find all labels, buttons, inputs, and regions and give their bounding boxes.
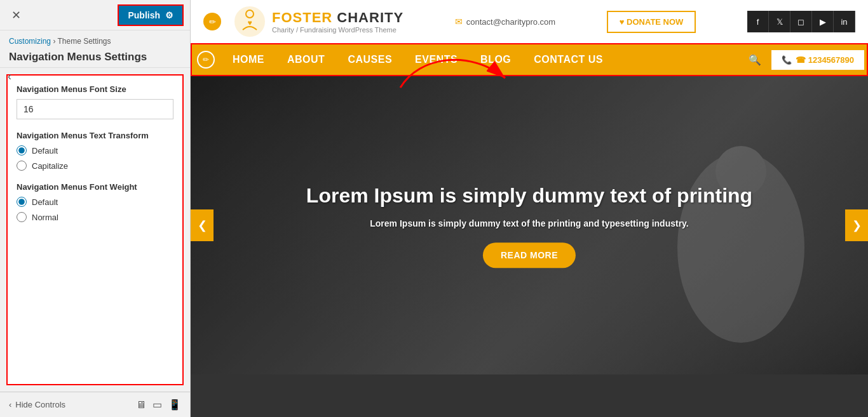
donate-label: ♥ DONATE NOW bbox=[620, 17, 684, 27]
logo-name-part2: CHARITY bbox=[337, 10, 403, 25]
logo-subtitle: Charity / Fundraising WordPress Theme bbox=[272, 26, 403, 34]
nav-item-events[interactable]: EVENTS bbox=[403, 43, 469, 76]
customizer-panel: ✕ Publish ⚙ ‹ Customizing › Theme Settin… bbox=[0, 0, 191, 417]
desktop-icon: 🖥 bbox=[136, 399, 146, 410]
font-weight-normal-label: Normal bbox=[32, 213, 58, 222]
breadcrumb-separator: › bbox=[53, 37, 55, 46]
hero-title: Lorem Ipsum is simply dummy text of prin… bbox=[292, 183, 766, 209]
preview-area: ✏ ♥ FOSTER CHARITY Charity / Fundraising… bbox=[191, 0, 868, 417]
slider-prev-button[interactable]: ❮ bbox=[191, 209, 214, 241]
text-transform-capitalize-label: Capitalize bbox=[32, 161, 68, 171]
tablet-view-button[interactable]: ▭ bbox=[153, 399, 162, 411]
nav-search-icon[interactable]: 🔍 bbox=[740, 54, 770, 66]
bottom-bar: ‹ Hide Controls 🖥 ▭ 📱 bbox=[0, 392, 190, 417]
font-weight-default-radio[interactable] bbox=[17, 197, 27, 207]
logo-name-part1: FOSTER bbox=[272, 10, 337, 25]
site-top-header: ✏ ♥ FOSTER CHARITY Charity / Fundraising… bbox=[191, 0, 868, 43]
back-button[interactable]: ‹ bbox=[5, 67, 14, 86]
text-transform-label: Navigation Menus Text Transform bbox=[17, 131, 173, 140]
font-size-label: Navigation Menus Font Size bbox=[17, 84, 173, 94]
logo-svg-icon: ♥ bbox=[234, 6, 266, 37]
mobile-view-button[interactable]: 📱 bbox=[168, 399, 181, 411]
contact-info: ✉ contact@charitypro.com bbox=[455, 17, 555, 27]
linkedin-icon[interactable]: in bbox=[834, 11, 855, 32]
phone-number: ☎ 1234567890 bbox=[796, 55, 854, 65]
nav-edit-pencil[interactable]: ✏ bbox=[197, 51, 215, 69]
text-transform-capitalize-radio[interactable] bbox=[17, 161, 27, 171]
text-transform-default-label: Default bbox=[32, 146, 58, 156]
nav-items: HOME ABOUT CAUSES EVENTS BLOG CONTACT US bbox=[221, 43, 740, 76]
panel-title: Navigation Menus Settings bbox=[9, 48, 181, 63]
contact-email: contact@charitypro.com bbox=[466, 17, 555, 27]
logo-text-area: FOSTER CHARITY Charity / Fundraising Wor… bbox=[272, 10, 403, 34]
hide-controls-button[interactable]: ‹ Hide Controls bbox=[9, 400, 65, 409]
text-transform-group: Navigation Menus Text Transform Default … bbox=[17, 131, 173, 171]
nav-phone: 📞 ☎ 1234567890 bbox=[770, 49, 865, 71]
font-weight-normal-radio[interactable] bbox=[17, 212, 27, 222]
publish-button[interactable]: Publish ⚙ bbox=[118, 4, 184, 26]
nav-item-contact[interactable]: CONTACT US bbox=[522, 43, 614, 76]
svg-text:♥: ♥ bbox=[247, 18, 252, 27]
twitter-icon[interactable]: 𝕏 bbox=[769, 11, 790, 32]
font-weight-group: Navigation Menus Font Weight Default Nor… bbox=[17, 182, 173, 222]
social-icons: f 𝕏 ◻ ▶ in bbox=[747, 11, 855, 32]
chevron-left-icon: ‹ bbox=[9, 400, 11, 409]
hero-content: Lorem Ipsum is simply dummy text of prin… bbox=[292, 183, 766, 268]
nav-item-about[interactable]: ABOUT bbox=[276, 43, 336, 76]
text-transform-default-option[interactable]: Default bbox=[17, 145, 173, 156]
gear-icon: ⚙ bbox=[165, 10, 173, 20]
close-button[interactable]: ✕ bbox=[6, 6, 26, 25]
email-icon: ✉ bbox=[455, 17, 463, 27]
logo-title: FOSTER CHARITY bbox=[272, 10, 403, 26]
logo-area: ✏ ♥ FOSTER CHARITY Charity / Fundraising… bbox=[203, 6, 403, 37]
hero-section: Lorem Ipsum is simply dummy text of prin… bbox=[191, 76, 868, 374]
font-weight-radio-group: Default Normal bbox=[17, 197, 173, 222]
tablet-icon: ▭ bbox=[153, 399, 162, 410]
breadcrumb-theme-settings: Theme Settings bbox=[58, 37, 111, 46]
text-transform-radio-group: Default Capitalize bbox=[17, 145, 173, 171]
phone-icon: 📞 bbox=[782, 55, 792, 65]
font-weight-default-label: Default bbox=[32, 197, 58, 207]
top-bar: ✕ Publish ⚙ bbox=[0, 0, 190, 30]
font-size-group: Navigation Menus Font Size bbox=[17, 84, 173, 119]
slider-next-button[interactable]: ❯ bbox=[845, 209, 868, 241]
read-more-button[interactable]: READ MORE bbox=[483, 242, 576, 268]
nav-item-home[interactable]: HOME bbox=[221, 43, 276, 76]
settings-area: Navigation Menus Font Size Navigation Me… bbox=[6, 74, 184, 385]
logo-edit-pencil[interactable]: ✏ bbox=[203, 13, 221, 30]
breadcrumb: Customizing › Theme Settings Navigation … bbox=[0, 30, 190, 68]
mobile-icon: 📱 bbox=[168, 399, 181, 410]
breadcrumb-customizing[interactable]: Customizing bbox=[9, 37, 51, 46]
nav-item-causes[interactable]: CAUSES bbox=[336, 43, 403, 76]
font-weight-normal-option[interactable]: Normal bbox=[17, 212, 173, 222]
desktop-view-button[interactable]: 🖥 bbox=[136, 399, 146, 411]
text-transform-default-radio[interactable] bbox=[17, 145, 27, 156]
youtube-icon[interactable]: ▶ bbox=[812, 11, 834, 32]
font-size-input[interactable] bbox=[17, 99, 173, 119]
nav-item-blog[interactable]: BLOG bbox=[469, 43, 522, 76]
nav-bar: ✏ HOME ABOUT CAUSES EVENTS BLOG CONTACT … bbox=[191, 43, 868, 76]
font-weight-label: Navigation Menus Font Weight bbox=[17, 182, 173, 192]
publish-label: Publish bbox=[128, 10, 160, 20]
hero-subtitle: Lorem Ipsum is simply dummy text of the … bbox=[292, 218, 766, 228]
text-transform-capitalize-option[interactable]: Capitalize bbox=[17, 161, 173, 171]
instagram-icon[interactable]: ◻ bbox=[790, 11, 812, 32]
view-icons: 🖥 ▭ 📱 bbox=[136, 399, 181, 411]
donate-button[interactable]: ♥ DONATE NOW bbox=[607, 11, 696, 33]
hide-controls-label: Hide Controls bbox=[15, 400, 65, 409]
font-weight-default-option[interactable]: Default bbox=[17, 197, 173, 207]
facebook-icon[interactable]: f bbox=[747, 11, 769, 32]
